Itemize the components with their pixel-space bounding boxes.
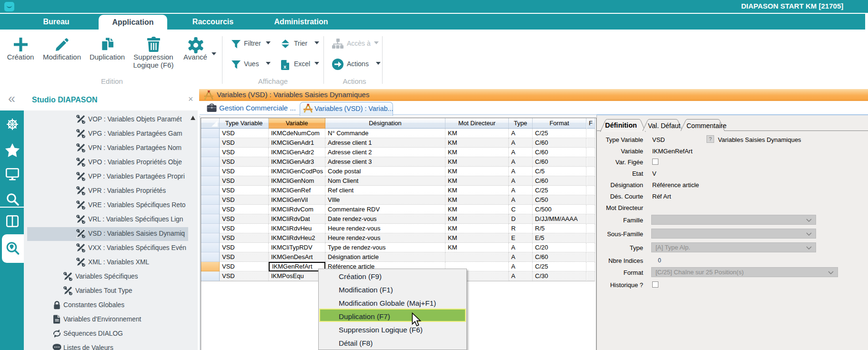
svg-text:x: x (283, 64, 287, 70)
